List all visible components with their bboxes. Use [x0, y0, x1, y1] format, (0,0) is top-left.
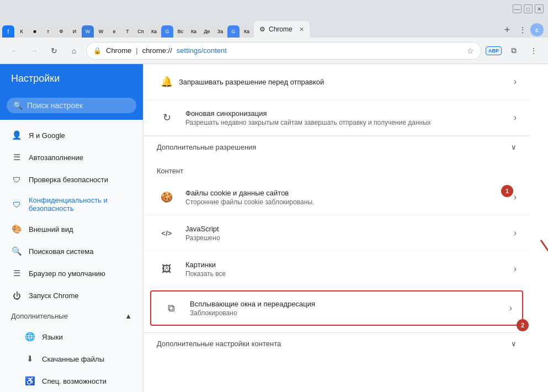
additional-permissions-label: Дополнительные разрешения	[157, 143, 256, 151]
tab-facebook[interactable]: f	[2, 25, 14, 38]
tab-3[interactable]: ■	[29, 25, 41, 38]
popups-row[interactable]: ⧉ Всплывающие окна и переадресация Забло…	[150, 290, 523, 326]
url-path: chrome://	[142, 46, 172, 55]
address-menu-button[interactable]: ⋮	[526, 43, 541, 59]
search-engine-icon: 🔍	[11, 246, 22, 257]
sync-row-arrow: ›	[514, 113, 517, 123]
tab-7[interactable]: W	[82, 25, 94, 38]
sidebar-item-languages[interactable]: 🌐 Языки	[11, 326, 143, 348]
tab-16[interactable]: Де	[201, 25, 213, 38]
titlebar: — □ ✕	[0, 0, 548, 18]
url-settings: settings/content	[177, 46, 227, 55]
additional-content-section[interactable]: Дополнительные настройки контента ∨	[143, 332, 530, 354]
sidebar-item-privacy[interactable]: 🛡 Конфиденциальность и безопасность	[0, 190, 143, 218]
tab-9[interactable]: e	[108, 25, 120, 38]
images-row-subtitle: Показать все	[185, 270, 505, 278]
sidebar-item-downloads[interactable]: ⬇ Скачанные файлы	[11, 348, 143, 370]
search-icon: 🔍	[13, 101, 23, 110]
sidebar-item-autofill[interactable]: ☰ Автозаполнение	[0, 146, 143, 168]
sidebar-item-search-engine[interactable]: 🔍 Поисковая система	[0, 240, 143, 262]
profile-avatar[interactable]: c	[530, 23, 544, 36]
settings-tab-close[interactable]: ✕	[299, 26, 304, 33]
tab-2[interactable]: К	[15, 25, 28, 38]
url-bar[interactable]: 🔒 Chrome | chrome://settings/content ☆	[86, 42, 481, 60]
home-button[interactable]: ⌂	[66, 43, 82, 59]
maximize-button[interactable]: □	[524, 4, 533, 13]
annotation-2: 2	[517, 319, 529, 331]
forward-button[interactable]: →	[26, 43, 42, 59]
javascript-row[interactable]: </> JavaScript Разрешено ›	[143, 215, 530, 251]
abp-button[interactable]: ABP	[486, 46, 502, 55]
sidebar-item-appearance[interactable]: 🎨 Внешний вид	[0, 218, 143, 240]
cookies-row-subtitle: Сторонние файлы cookie заблокированы.	[185, 198, 505, 206]
tab-14[interactable]: Вс	[174, 25, 187, 38]
images-row[interactable]: 🖼 Картинки Показать все ›	[143, 251, 530, 287]
popups-row-arrow: ›	[509, 303, 512, 313]
sidebar-title: Настройки	[0, 64, 143, 93]
tab-19[interactable]: Ка	[241, 25, 253, 38]
tab-controls: ⋮ c	[515, 22, 548, 38]
permission-row[interactable]: 🔔 Запрашивать разрешение перед отправкой…	[143, 64, 530, 100]
sync-row-text: Фоновая синхронизация Разрешать недавно …	[185, 109, 505, 126]
appearance-icon: 🎨	[11, 224, 22, 235]
sidebar: Настройки 🔍 👤 Я и Google ☰ Автозаполнени…	[0, 64, 143, 392]
cookies-row[interactable]: 🍪 Файлы cookie и данные сайтов Сторонние…	[143, 179, 530, 215]
minimize-button[interactable]: —	[513, 4, 522, 13]
autofill-icon: ☰	[11, 152, 22, 163]
url-bar-icons: ☆	[467, 46, 474, 55]
sync-icon: ↻	[157, 108, 177, 128]
sidebar-sub-items: 🌐 Языки ⬇ Скачанные файлы ♿ Спец. возмож…	[0, 326, 143, 392]
close-button[interactable]: ✕	[535, 4, 544, 13]
tab-6[interactable]: И	[68, 25, 81, 38]
refresh-button[interactable]: ↻	[46, 43, 62, 59]
bookmark-icon[interactable]: ☆	[467, 46, 474, 55]
javascript-row-arrow: ›	[514, 228, 517, 238]
tab-18[interactable]: G	[227, 25, 240, 38]
tab-4[interactable]: т	[42, 25, 54, 38]
tab-5[interactable]: Ф	[55, 25, 67, 38]
cookies-row-wrapper: 🍪 Файлы cookie и данные сайтов Сторонние…	[143, 179, 530, 215]
search-wrap: 🔍	[7, 98, 136, 113]
sidebar-item-security[interactable]: 🛡 Проверка безопасности	[0, 168, 143, 190]
tab-17[interactable]: За	[214, 25, 226, 38]
settings-tab-label: Chrome	[269, 25, 292, 33]
tab-13[interactable]: G	[161, 25, 173, 38]
tab-10[interactable]: Т	[121, 25, 134, 38]
annotation-1: 1	[501, 185, 513, 197]
tab-11[interactable]: Сп	[135, 25, 147, 38]
back-button[interactable]: ←	[7, 43, 22, 59]
extensions-button[interactable]: ⧉	[506, 43, 522, 59]
tab-8[interactable]: W	[95, 25, 107, 38]
downloads-icon: ⬇	[24, 353, 35, 364]
additional-content-arrow: ∨	[511, 340, 517, 348]
sidebar-item-me-google[interactable]: 👤 Я и Google	[0, 124, 143, 146]
images-row-text: Картинки Показать все	[185, 261, 505, 278]
languages-icon: 🌐	[24, 331, 35, 342]
lock-icon: 🔒	[93, 47, 102, 55]
addressbar: ← → ↻ ⌂ 🔒 Chrome | chrome://settings/con…	[0, 38, 548, 64]
search-input[interactable]	[27, 101, 130, 110]
sync-row[interactable]: ↻ Фоновая синхронизация Разрешать недавн…	[143, 100, 530, 136]
new-tab-button[interactable]: +	[499, 22, 515, 38]
images-row-wrapper: 🖼 Картинки Показать все ›	[143, 251, 530, 287]
sidebar-advanced-section[interactable]: Дополнительные ▲	[0, 306, 143, 326]
content-inner: 🔔 Запрашивать разрешение перед отправкой…	[143, 64, 530, 354]
sidebar-scroll: 👤 Я и Google ☰ Автозаполнение 🛡 Проверка…	[0, 120, 143, 392]
sidebar-item-browser[interactable]: ☰ Браузер по умолчанию	[0, 262, 143, 284]
settings-search-container: 🔍	[0, 93, 143, 120]
javascript-row-text: JavaScript Разрешено	[185, 225, 505, 242]
privacy-icon: 🛡	[11, 199, 22, 210]
tab-12[interactable]: Ка	[148, 25, 160, 38]
sidebar-item-accessibility[interactable]: ♿ Спец. возможности	[11, 370, 143, 392]
tab-15[interactable]: Ка	[188, 25, 200, 38]
tab-settings[interactable]: ⚙ Chrome ✕	[254, 21, 310, 38]
popups-row-subtitle: Заблокировано	[190, 309, 501, 317]
permission-row-arrow: ›	[514, 77, 517, 87]
cookies-row-arrow: ›	[514, 192, 517, 202]
chrome-menu-icon[interactable]: ⋮	[515, 22, 530, 38]
additional-permissions-section[interactable]: Дополнительные разрешения ∨	[143, 136, 530, 158]
security-icon: 🛡	[11, 174, 22, 185]
notification-icon: 🔔	[157, 72, 177, 92]
sidebar-item-startup[interactable]: ⏻ Запуск Chrome	[0, 284, 143, 306]
startup-icon: ⏻	[11, 290, 22, 301]
